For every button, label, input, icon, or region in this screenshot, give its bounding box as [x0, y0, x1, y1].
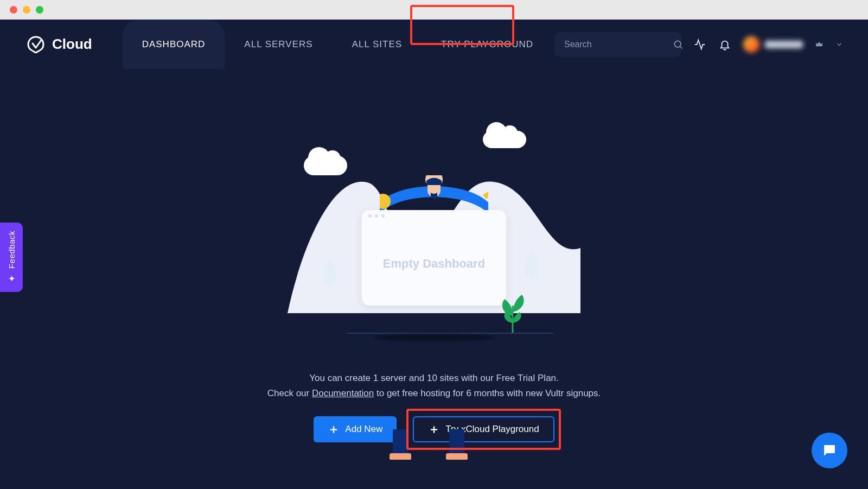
try-playground-button[interactable]: ＋ Try xCloud Playground — [413, 416, 554, 442]
sparkle-icon: ✦ — [8, 274, 15, 284]
search-input[interactable] — [564, 40, 673, 49]
button-label: Add New — [345, 424, 382, 435]
nav-label: TRY PLAYGROUND — [441, 39, 533, 50]
person-leg — [393, 429, 408, 460]
feedback-label: Feedback — [7, 231, 16, 269]
plant-icon — [499, 289, 526, 333]
search-box[interactable] — [554, 32, 681, 57]
chat-icon — [821, 442, 838, 459]
empty-dashboard-card: Empty Dashboard — [362, 210, 506, 306]
window-minimize-button[interactable] — [23, 6, 30, 14]
info-line-2: Check our Documentation to get free host… — [267, 386, 601, 401]
add-new-button[interactable]: ＋ Add New — [314, 416, 397, 442]
shadow-shape — [374, 334, 494, 341]
app-header: Cloud DASHBOARD ALL SERVERS ALL SITES TR… — [0, 20, 868, 69]
user-menu[interactable] — [743, 36, 803, 53]
nav-label: DASHBOARD — [142, 39, 206, 50]
cta-button-row: ＋ Add New ＋ Try xCloud Playground — [314, 416, 554, 442]
svg-point-0 — [674, 41, 681, 47]
window-close-button[interactable] — [10, 6, 17, 14]
nav-label: ALL SERVERS — [244, 39, 312, 50]
main-content: Empty Dashboard You can create 1 server … — [0, 69, 868, 489]
activity-icon[interactable] — [693, 38, 706, 51]
nav-label: ALL SITES — [352, 39, 402, 50]
empty-state-illustration: Empty Dashboard — [282, 123, 586, 357]
top-nav: DASHBOARD ALL SERVERS ALL SITES TRY PLAY… — [123, 20, 553, 69]
nav-dashboard[interactable]: DASHBOARD — [123, 20, 225, 69]
empty-dashboard-text: Empty Dashboard — [383, 257, 485, 271]
search-icon[interactable] — [673, 38, 684, 51]
nav-all-sites[interactable]: ALL SITES — [333, 20, 422, 69]
crown-icon — [815, 40, 824, 49]
card-titlebar — [362, 210, 506, 222]
avatar — [743, 36, 760, 53]
window-titlebar — [0, 0, 868, 20]
empty-state-info: You can create 1 server and 10 sites wit… — [267, 371, 601, 401]
person-leg — [449, 429, 464, 460]
documentation-link[interactable]: Documentation — [312, 388, 374, 398]
svg-line-1 — [680, 46, 682, 48]
cloud-icon — [483, 131, 526, 148]
brand-name: Cloud — [52, 36, 92, 53]
chevron-down-icon[interactable] — [835, 41, 843, 48]
brand-logo-icon — [25, 34, 47, 55]
info-line-1: You can create 1 server and 10 sites wit… — [267, 371, 601, 386]
nav-try-playground[interactable]: TRY PLAYGROUND — [422, 20, 553, 69]
header-right — [554, 32, 843, 57]
window-zoom-button[interactable] — [36, 6, 43, 14]
feedback-tab[interactable]: Feedback ✦ — [0, 223, 23, 292]
bell-icon[interactable] — [718, 38, 731, 51]
chat-fab[interactable] — [812, 433, 847, 468]
brand-logo-area[interactable]: Cloud — [25, 34, 92, 55]
user-name — [765, 41, 803, 48]
nav-all-servers[interactable]: ALL SERVERS — [225, 20, 332, 69]
